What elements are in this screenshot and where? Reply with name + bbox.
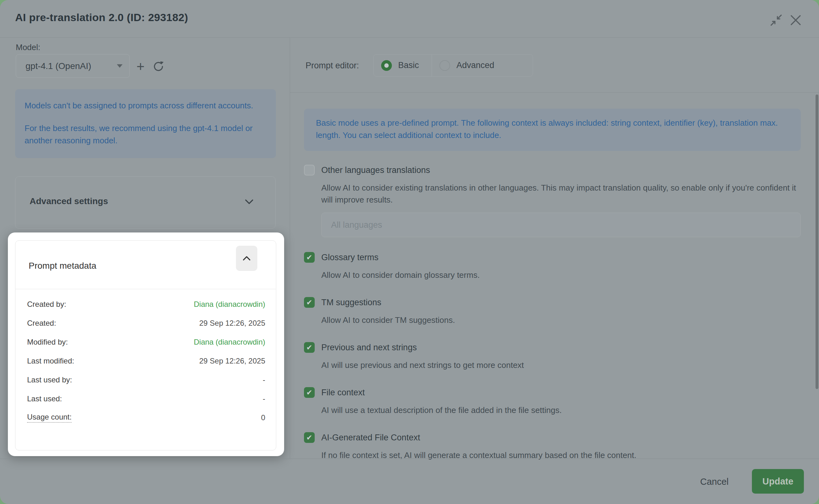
chevron-up-icon <box>243 255 251 261</box>
scrollbar-thumb[interactable] <box>816 95 818 389</box>
editor-mode-advanced-label: Advanced <box>456 60 494 70</box>
metadata-value: - <box>263 375 265 384</box>
option-label[interactable]: Previous and next strings <box>321 343 417 352</box>
ai-pretranslation-dialog: AI pre-translation 2.0 (ID: 293182) <box>0 0 819 504</box>
option-ai-generated-file-context: AI-Generated File Context If no file con… <box>304 432 801 461</box>
metadata-value: - <box>263 394 265 403</box>
metadata-label: Created by: <box>27 300 66 309</box>
option-other-languages: Other languages translations Allow AI to… <box>304 165 801 237</box>
dialog-title: AI pre-translation 2.0 (ID: 293182) <box>15 11 188 24</box>
metadata-row: Last modified: 29 Sep 12:26, 2025 <box>27 352 265 370</box>
add-model-button[interactable]: + <box>134 60 147 73</box>
option-label[interactable]: Glossary terms <box>321 253 379 262</box>
metadata-value: 29 Sep 12:26, 2025 <box>199 357 265 365</box>
metadata-rows: Created by: Diana (dianacrowdin) Created… <box>27 295 265 427</box>
option-description: Allow AI to consider existing translatio… <box>321 182 801 206</box>
model-info-line-2: For the best results, we recommend using… <box>25 122 260 147</box>
metadata-label: Last used: <box>27 394 62 403</box>
prompt-editor-column: Prompt editor: Basic Advanced Basic mode… <box>290 37 819 459</box>
metadata-row: Created by: Diana (dianacrowdin) <box>27 295 265 314</box>
option-description: Allow AI to consider domain glossary ter… <box>321 269 801 281</box>
metadata-label: Last modified: <box>27 357 74 365</box>
option-previous-next-strings: Previous and next strings AI will use pr… <box>304 342 801 371</box>
editor-mode-basic-label: Basic <box>398 60 419 70</box>
option-label[interactable]: AI-Generated File Context <box>321 433 420 443</box>
plus-icon: + <box>136 60 145 73</box>
editor-mode-advanced[interactable]: Advanced <box>432 54 507 76</box>
dialog-header: AI pre-translation 2.0 (ID: 293182) <box>0 0 819 38</box>
chevron-down-icon <box>117 64 123 68</box>
created-by-user-link[interactable]: Diana (dianacrowdin) <box>194 300 265 309</box>
model-select[interactable]: gpt-4.1 (OpenAI) <box>16 54 130 78</box>
metadata-value: 29 Sep 12:26, 2025 <box>199 319 265 328</box>
usage-count-value: 0 <box>261 413 265 422</box>
checkbox-glossary-terms[interactable] <box>304 252 315 263</box>
radio-basic[interactable] <box>381 60 392 71</box>
refresh-icon <box>152 60 164 72</box>
tour-spotlight: Prompt metadata Created by: Diana (diana… <box>8 232 284 456</box>
update-button[interactable]: Update <box>752 469 804 494</box>
metadata-row: Last used: - <box>27 389 265 408</box>
refresh-models-button[interactable] <box>152 60 165 73</box>
option-glossary-terms: Glossary terms Allow AI to consider doma… <box>304 252 801 281</box>
usage-count-label: Usage count: <box>27 413 72 423</box>
advanced-settings-toggle[interactable]: Advanced settings <box>15 176 276 229</box>
collapse-dialog-button[interactable] <box>769 13 783 27</box>
basic-mode-info-text: Basic mode uses a pre-defined prompt. Th… <box>316 117 789 141</box>
prompt-metadata-panel: Prompt metadata Created by: Diana (diana… <box>15 240 276 450</box>
option-file-context: File context AI will use a textual descr… <box>304 387 801 416</box>
metadata-row: Usage count: 0 <box>27 408 265 427</box>
metadata-label: Modified by: <box>27 338 68 347</box>
advanced-settings-title: Advanced settings <box>30 196 108 206</box>
checkbox-other-languages[interactable] <box>304 165 315 175</box>
option-tm-suggestions: TM suggestions Allow AI to consider TM s… <box>304 297 801 326</box>
collapse-metadata-button[interactable] <box>236 246 257 271</box>
checkbox-previous-next-strings[interactable] <box>304 342 315 353</box>
option-label[interactable]: Other languages translations <box>321 165 430 175</box>
metadata-row: Last used by: - <box>27 370 265 389</box>
collapse-icon <box>770 14 782 26</box>
editor-mode-basic[interactable]: Basic <box>374 54 432 76</box>
metadata-row: Created: 29 Sep 12:26, 2025 <box>27 314 265 333</box>
prompt-editor-mode-switch: Basic Advanced <box>373 54 533 77</box>
metadata-row: Modified by: Diana (dianacrowdin) <box>27 333 265 352</box>
option-label[interactable]: TM suggestions <box>321 298 381 307</box>
checkbox-ai-generated-file-context[interactable] <box>304 432 315 443</box>
cancel-button[interactable]: Cancel <box>700 476 729 487</box>
metadata-label: Last used by: <box>27 375 72 384</box>
close-icon <box>790 14 801 26</box>
model-select-value: gpt-4.1 (OpenAI) <box>26 61 117 71</box>
option-description: AI will use previous and next strings to… <box>321 359 801 371</box>
chevron-down-icon <box>244 199 254 205</box>
option-description: AI will use a textual description of the… <box>321 404 801 416</box>
close-dialog-button[interactable] <box>789 13 803 27</box>
checkbox-file-context[interactable] <box>304 387 315 398</box>
radio-advanced[interactable] <box>439 60 450 71</box>
basic-mode-info-box: Basic mode uses a pre-defined prompt. Th… <box>304 109 801 151</box>
dialog-footer: Cancel Update <box>0 459 819 504</box>
prompt-metadata-title: Prompt metadata <box>29 261 96 271</box>
metadata-label: Created: <box>27 319 56 328</box>
modified-by-user-link[interactable]: Diana (dianacrowdin) <box>194 338 265 347</box>
prompt-editor-label: Prompt editor: <box>306 61 359 71</box>
option-description: Allow AI to consider TM suggestions. <box>321 314 801 326</box>
model-label: Model: <box>16 43 40 52</box>
option-label[interactable]: File context <box>321 388 365 398</box>
editor-section-divider <box>290 92 819 93</box>
checkbox-tm-suggestions[interactable] <box>304 297 315 308</box>
languages-input[interactable] <box>321 213 801 237</box>
model-info-box: Models can't be assigned to prompts acro… <box>15 89 276 158</box>
model-info-line-1: Models can't be assigned to prompts acro… <box>25 100 260 112</box>
metadata-divider <box>15 289 276 289</box>
